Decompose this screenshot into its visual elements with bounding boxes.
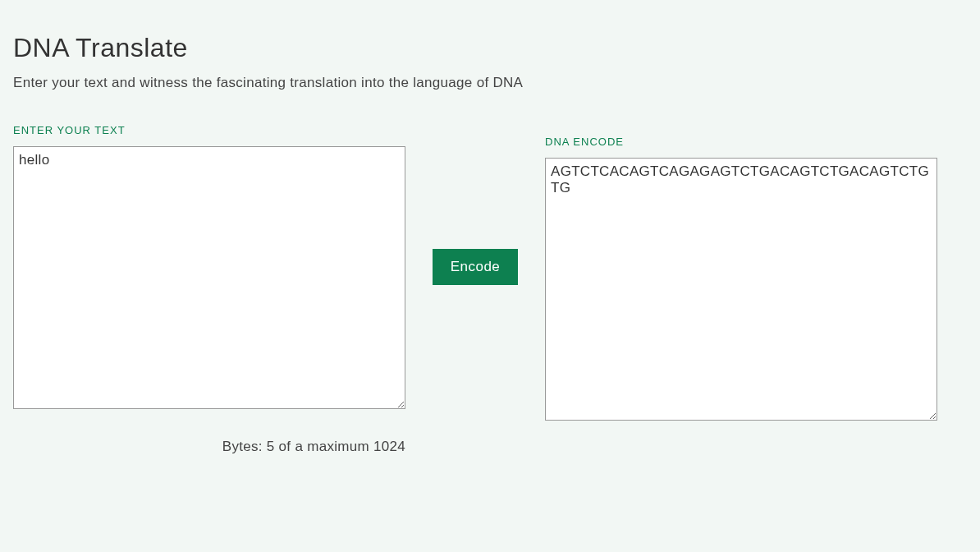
dna-output[interactable] xyxy=(545,158,937,421)
action-column: Encode xyxy=(430,124,520,410)
output-column: DNA ENCODE xyxy=(545,136,937,421)
main-area: ENTER YOUR TEXT Bytes: 5 of a maximum 10… xyxy=(13,124,967,455)
encode-button[interactable]: Encode xyxy=(433,249,519,285)
input-label: ENTER YOUR TEXT xyxy=(13,124,405,136)
page-container: DNA Translate Enter your text and witnes… xyxy=(0,0,980,468)
input-column: ENTER YOUR TEXT Bytes: 5 of a maximum 10… xyxy=(13,124,405,455)
page-title: DNA Translate xyxy=(13,33,967,63)
output-label: DNA ENCODE xyxy=(545,136,937,148)
page-subtitle: Enter your text and witness the fascinat… xyxy=(13,75,967,91)
text-input[interactable] xyxy=(13,146,405,409)
bytes-status: Bytes: 5 of a maximum 1024 xyxy=(13,439,405,455)
